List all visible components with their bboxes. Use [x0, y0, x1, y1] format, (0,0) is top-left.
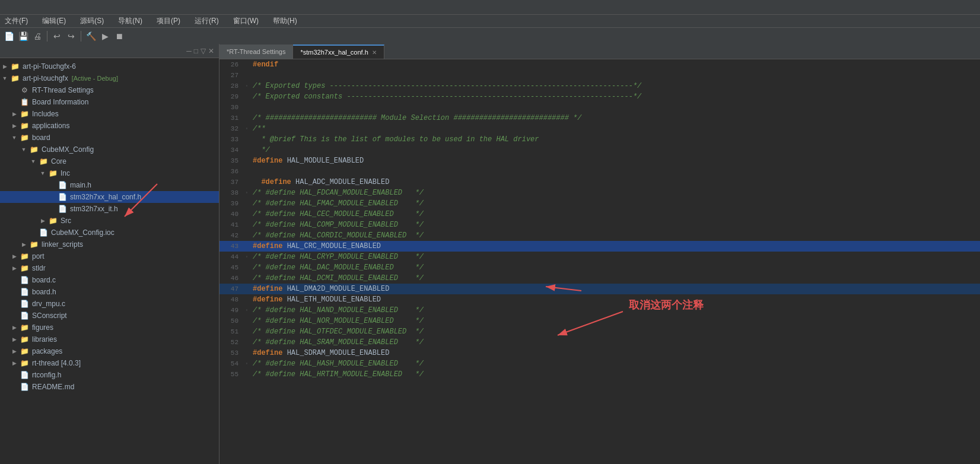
tree-label: README.md — [32, 383, 74, 391]
line-number: 39 — [219, 198, 243, 209]
tree-item-art-pi-touchgfx-6[interactable]: ▶ 📁 art-pi-Touchgfx-6 — [0, 61, 219, 72]
menu-item[interactable]: 源码(S) — [78, 15, 106, 27]
tree-label: Inc — [61, 169, 70, 177]
line-number: 46 — [219, 273, 243, 284]
tree-icon: 📄 — [57, 181, 68, 189]
tree-item-art-pi-touchgfx[interactable]: ▼ 📁 art-pi-touchgfx [Active - Debug] — [0, 72, 219, 84]
menu-item[interactable]: 窗口(W) — [231, 15, 261, 27]
menu-item[interactable]: 运行(R) — [192, 15, 221, 27]
code-line-53: 53 #define HAL_SDRAM_MODULE_ENABLED — [219, 348, 980, 358]
tree-icon: 📁 — [19, 110, 30, 118]
tree-item-rt-thread-settings[interactable]: ⚙ RT-Thread Settings — [0, 84, 219, 96]
tree-arrow: ▶ — [9, 348, 19, 354]
tree-item-cubemx-config[interactable]: ▼ 📁 CubeMX_Config — [0, 144, 219, 155]
line-dot: ◦ — [243, 252, 250, 262]
tree-icon: 📁 — [19, 134, 30, 142]
minimize-icon[interactable]: ─ — [186, 47, 192, 55]
tree-label: RT-Thread Settings — [32, 86, 94, 94]
menu-item[interactable]: 帮助(H) — [271, 15, 300, 27]
code-line-37: 37 #define HAL_ADC_MODULE_ENABLED — [219, 177, 980, 187]
menu-icon[interactable]: ▽ — [201, 47, 206, 55]
tree-arrow: ▶ — [9, 265, 19, 271]
tree-item-stldr[interactable]: ▶ 📁 stldr — [0, 262, 219, 274]
tree-item-rt-thread[interactable]: ▶ 📁 rt-thread [4.0.3] — [0, 357, 219, 369]
tree-label: port — [32, 252, 44, 260]
tree-item-stm32h7xx-it[interactable]: 📄 stm32h7xx_it.h — [0, 203, 219, 215]
toolbar-stop[interactable]: ⏹ — [113, 30, 126, 43]
tree-label: board.c — [32, 276, 56, 284]
tree-item-board-information[interactable]: 📋 Board Information — [0, 96, 219, 108]
tree-icon: 📄 — [38, 228, 49, 237]
tab-rt-thread-settings[interactable]: *RT-Thread Settings — [219, 45, 293, 59]
code-line-44: 44 ◦ /* #define HAL_CRYP_MODULE_ENABLED … — [219, 252, 980, 262]
tree-arrow: ▼ — [38, 170, 47, 176]
tree-item-board-h[interactable]: 📄 board.h — [0, 286, 219, 298]
tree-item-applications[interactable]: ▶ 📁 applications — [0, 120, 219, 132]
line-content: /* #define HAL_FMAC_MODULE_ENABLED */ — [250, 198, 980, 209]
tree-item-main-h[interactable]: 📄 main.h — [0, 179, 219, 191]
code-line-47: 47 #define HAL_DMA2D_MODULE_ENABLED — [219, 284, 980, 294]
tree-item-cubemx-config-ioc[interactable]: 📄 CubeMX_Config.ioc — [0, 227, 219, 239]
line-number: 38 — [219, 187, 243, 198]
tab-stm32h7xx-hal-conf[interactable]: *stm32h7xx_hal_conf.h ✕ — [293, 45, 384, 59]
tree-item-src[interactable]: ▶ 📁 Src — [0, 215, 219, 227]
tree-label: board.h — [32, 288, 56, 296]
toolbar-print[interactable]: 🖨 — [31, 30, 44, 43]
tree-item-core[interactable]: ▼ 📁 Core — [0, 155, 219, 167]
tree-item-figures[interactable]: ▶ 📁 figures — [0, 322, 219, 333]
line-content: /* #define HAL_CRYP_MODULE_ENABLED */ — [250, 252, 980, 262]
toolbar-build[interactable]: 🔨 — [84, 30, 97, 43]
menu-bar: 文件(F)编辑(E)源码(S)导航(N)项目(P)运行(R)窗口(W)帮助(H) — [0, 14, 980, 27]
toolbar-debug[interactable]: ▶ — [98, 30, 112, 43]
line-number: 48 — [219, 294, 243, 305]
tree-item-libraries[interactable]: ▶ 📁 libraries — [0, 333, 219, 345]
tree-item-board-c[interactable]: 📄 board.c — [0, 274, 219, 286]
menu-item[interactable]: 项目(P) — [154, 15, 183, 27]
line-content: /* #define HAL_DCMI_MODULE_ENABLED */ — [250, 273, 980, 284]
toolbar-redo[interactable]: ↪ — [65, 30, 78, 43]
tree-item-board[interactable]: ▼ 📁 board — [0, 132, 219, 144]
tree-item-packages[interactable]: ▶ 📁 packages — [0, 345, 219, 357]
tree-item-inc[interactable]: ▼ 📁 Inc — [0, 167, 219, 179]
tree-item-stm32h7xx-hal-conf[interactable]: 📄 stm32h7xx_hal_conf.h — [0, 191, 219, 203]
close-icon[interactable]: ✕ — [208, 47, 214, 55]
tree-item-port[interactable]: ▶ 📁 port — [0, 250, 219, 262]
tree-label: art-pi-touchgfx — [23, 74, 68, 82]
tree-item-drv-mpu-c[interactable]: 📄 drv_mpu.c — [0, 298, 219, 310]
line-number: 45 — [219, 262, 243, 273]
tree-icon: 📁 — [19, 335, 30, 344]
toolbar-new[interactable]: 📄 — [2, 30, 15, 43]
tree-label: SConscript — [32, 312, 67, 320]
tree-item-readme-md[interactable]: 📄 README.md — [0, 381, 219, 393]
line-content: /* #define HAL_SRAM_MODULE_ENABLED */ — [250, 337, 980, 348]
maximize-icon[interactable]: □ — [194, 47, 198, 55]
tree-label: stm32h7xx_it.h — [70, 205, 118, 213]
tree-badge: [Active - Debug] — [72, 75, 118, 82]
tree-icon: 📄 — [19, 371, 30, 379]
tree-label: CubeMX_Config — [42, 145, 94, 154]
line-number: 33 — [219, 134, 243, 145]
tree-icon: 📄 — [57, 205, 68, 213]
tree-label: Src — [61, 217, 71, 225]
tree-icon: ⚙ — [19, 86, 30, 94]
tab-close-icon[interactable]: ✕ — [372, 49, 377, 56]
tree-arrow: ▶ — [38, 218, 47, 224]
code-editor[interactable]: 26 #endif 27 28 ◦ /* Exported types ----… — [219, 59, 980, 464]
tree-item-includes[interactable]: ▶ 📁 Includes — [0, 108, 219, 120]
tree-arrow: ▼ — [19, 147, 28, 152]
menu-item[interactable]: 文件(F) — [2, 15, 30, 27]
tree-item-rtconfig-h[interactable]: 📄 rtconfig.h — [0, 369, 219, 381]
code-line-52: 52 /* #define HAL_SRAM_MODULE_ENABLED */ — [219, 337, 980, 348]
code-line-28: 28 ◦ /* Exported types -----------------… — [219, 81, 980, 91]
menu-item[interactable]: 导航(N) — [116, 15, 145, 27]
toolbar-save[interactable]: 💾 — [17, 30, 30, 43]
tree-item-sconscript[interactable]: 📄 SConscript — [0, 310, 219, 322]
menu-item[interactable]: 编辑(E) — [40, 15, 68, 27]
line-number: 32 — [219, 123, 243, 134]
line-content: /* #define HAL_CORDIC_MODULE_ENABLED */ — [250, 230, 980, 241]
code-line-36: 36 — [219, 166, 980, 177]
tree-icon: 📁 — [19, 252, 30, 260]
line-number: 49 — [219, 305, 243, 316]
toolbar-undo[interactable]: ↩ — [50, 30, 63, 43]
tree-item-linker-scripts[interactable]: ▶ 📁 linker_scripts — [0, 239, 219, 250]
